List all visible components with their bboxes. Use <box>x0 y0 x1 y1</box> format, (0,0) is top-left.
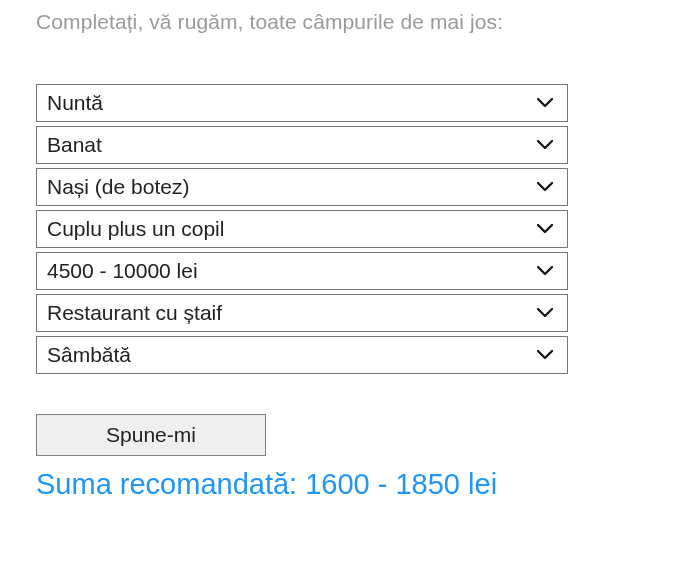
chevron-down-icon <box>537 179 553 195</box>
result-text: Suma recomandată: 1600 - 1850 lei <box>36 468 664 501</box>
select-label: Restaurant cu ștaif <box>47 301 537 325</box>
select-venue-type[interactable]: Restaurant cu ștaif <box>36 294 568 332</box>
chevron-down-icon <box>537 137 553 153</box>
form-container: Completați, vă rugăm, toate câmpurile de… <box>0 0 700 501</box>
select-label: 4500 - 10000 lei <box>47 259 537 283</box>
chevron-down-icon <box>537 263 553 279</box>
select-label: Banat <box>47 133 537 157</box>
submit-button[interactable]: Spune-mi <box>36 414 266 456</box>
chevron-down-icon <box>537 221 553 237</box>
chevron-down-icon <box>537 305 553 321</box>
select-label: Nași (de botez) <box>47 175 537 199</box>
submit-button-label: Spune-mi <box>106 423 196 447</box>
select-income[interactable]: 4500 - 10000 lei <box>36 252 568 290</box>
select-event-type[interactable]: Nuntă <box>36 84 568 122</box>
select-region[interactable]: Banat <box>36 126 568 164</box>
intro-text: Completați, vă rugăm, toate câmpurile de… <box>36 10 664 34</box>
chevron-down-icon <box>537 347 553 363</box>
select-party-size[interactable]: Cuplu plus un copil <box>36 210 568 248</box>
select-label: Sâmbătă <box>47 343 537 367</box>
select-day[interactable]: Sâmbătă <box>36 336 568 374</box>
select-label: Nuntă <box>47 91 537 115</box>
select-label: Cuplu plus un copil <box>47 217 537 241</box>
select-relationship[interactable]: Nași (de botez) <box>36 168 568 206</box>
chevron-down-icon <box>537 95 553 111</box>
